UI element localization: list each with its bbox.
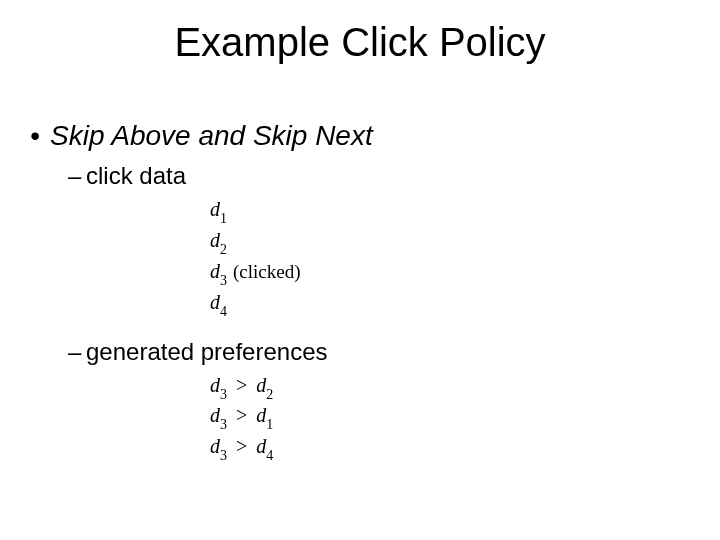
click-data-row: d2 <box>210 227 690 258</box>
math-op: > <box>236 404 247 426</box>
bullet-l2a-text: click data <box>86 162 186 189</box>
bullet-l1-text: Skip Above and Skip Next <box>50 120 373 151</box>
math-sub: 2 <box>266 387 273 402</box>
math-sub: 3 <box>220 387 227 402</box>
math-sub: 4 <box>266 448 273 463</box>
bullet-dash-icon: – <box>68 338 86 366</box>
slide-body: •Skip Above and Skip Next –click data d1… <box>30 120 690 482</box>
bullet-level1: •Skip Above and Skip Next <box>30 120 690 152</box>
preferences-list: d3 > d2 d3 > d1 d3 > d4 <box>210 372 690 465</box>
clicked-annotation: (clicked) <box>233 261 301 282</box>
click-data-row: d4 <box>210 289 690 320</box>
math-var: d <box>210 260 220 282</box>
math-var: d <box>256 435 266 457</box>
bullet-level2-prefs: –generated preferences <box>68 338 690 366</box>
bullet-level2-clickdata: –click data <box>68 162 690 190</box>
bullet-dash-icon: – <box>68 162 86 190</box>
math-sub: 3 <box>220 448 227 463</box>
slide-title: Example Click Policy <box>0 20 720 65</box>
bullet-dot-icon: • <box>30 120 50 152</box>
preference-row: d3 > d2 <box>210 372 690 403</box>
math-var: d <box>210 404 220 426</box>
bullet-l2b-text: generated preferences <box>86 338 328 365</box>
click-data-row: d3(clicked) <box>210 258 690 289</box>
math-var: d <box>210 374 220 396</box>
math-var: d <box>256 404 266 426</box>
math-sub: 4 <box>220 304 227 319</box>
preference-row: d3 > d1 <box>210 402 690 433</box>
math-var: d <box>210 291 220 313</box>
math-sub: 3 <box>220 417 227 432</box>
math-sub: 1 <box>220 211 227 226</box>
math-sub: 2 <box>220 242 227 257</box>
math-op: > <box>236 435 247 457</box>
slide: Example Click Policy •Skip Above and Ski… <box>0 0 720 540</box>
preference-row: d3 > d4 <box>210 433 690 464</box>
math-sub: 3 <box>220 273 227 288</box>
math-var: d <box>210 198 220 220</box>
math-var: d <box>210 435 220 457</box>
math-sub: 1 <box>266 417 273 432</box>
click-data-row: d1 <box>210 196 690 227</box>
click-data-list: d1 d2 d3(clicked) d4 <box>210 196 690 320</box>
math-var: d <box>256 374 266 396</box>
math-op: > <box>236 374 247 396</box>
math-var: d <box>210 229 220 251</box>
